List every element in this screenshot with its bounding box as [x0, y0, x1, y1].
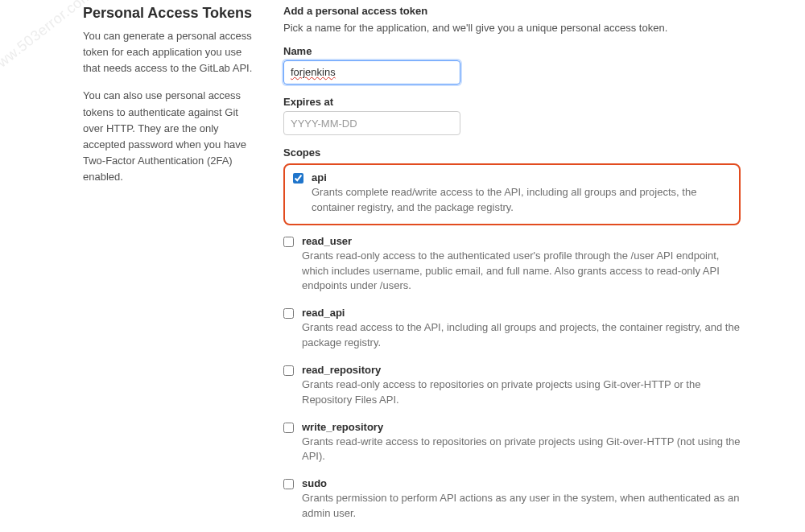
- scope-checkbox-api[interactable]: [293, 173, 303, 184]
- scope-body: read_apiGrants read access to the API, i…: [302, 307, 741, 351]
- left-column: Personal Access Tokens You can generate …: [0, 5, 283, 532]
- name-input-value: forjenkins: [291, 64, 336, 81]
- scope-body: sudoGrants permission to perform API act…: [302, 477, 741, 522]
- scope-item-read_repository: read_repositoryGrants read-only access t…: [283, 359, 741, 416]
- name-input[interactable]: forjenkins: [283, 60, 460, 85]
- scope-description: Grants read access to the API, including…: [302, 320, 741, 351]
- scope-highlight-box: apiGrants complete read/write access to …: [283, 163, 741, 225]
- scope-item-api: apiGrants complete read/write access to …: [293, 171, 731, 216]
- scope-name-label: sudo: [302, 477, 741, 489]
- expires-label: Expires at: [283, 96, 741, 108]
- expires-input[interactable]: [283, 111, 460, 135]
- scope-checkbox-read_repository[interactable]: [283, 365, 294, 376]
- scope-description: Grants read-only access to repositories …: [302, 377, 741, 408]
- scopes-container: apiGrants complete read/write access to …: [283, 163, 741, 530]
- scope-item-read_user: read_userGrants read-only access to the …: [283, 230, 741, 303]
- form-subtext: Pick a name for the application, and we'…: [283, 22, 741, 34]
- scope-description: Grants read-only access to the authentic…: [302, 249, 741, 295]
- intro-paragraph-1: You can generate a personal access token…: [83, 28, 259, 76]
- page-title: Personal Access Tokens: [83, 5, 259, 22]
- intro-paragraph-2: You can also use personal access tokens …: [83, 88, 259, 185]
- name-field: Name forjenkins: [283, 45, 741, 85]
- scope-body: read_userGrants read-only access to the …: [302, 235, 741, 295]
- scope-checkbox-read_api[interactable]: [283, 308, 294, 319]
- scope-body: apiGrants complete read/write access to …: [312, 171, 731, 216]
- scope-checkbox-write_repository[interactable]: [283, 423, 294, 433]
- scope-name-label: api: [312, 171, 731, 184]
- form-heading: Add a personal access token: [283, 5, 741, 17]
- scope-description: Grants complete read/write access to the…: [312, 185, 731, 216]
- page-container: Personal Access Tokens You can generate …: [0, 0, 805, 532]
- scope-item-sudo: sudoGrants permission to perform API act…: [283, 472, 741, 530]
- scope-item-read_api: read_apiGrants read access to the API, i…: [283, 302, 741, 359]
- right-column: Add a personal access token Pick a name …: [283, 5, 805, 532]
- scope-name-label: write_repository: [302, 421, 741, 433]
- name-label: Name: [283, 45, 741, 57]
- scope-body: write_repositoryGrants read-write access…: [302, 421, 741, 465]
- expires-field: Expires at: [283, 96, 741, 135]
- scope-name-label: read_repository: [302, 364, 741, 376]
- scopes-label: Scopes: [283, 146, 741, 159]
- scope-name-label: read_api: [302, 307, 741, 319]
- scope-checkbox-sudo[interactable]: [283, 479, 294, 489]
- scope-checkbox-read_user[interactable]: [283, 237, 294, 247]
- scope-item-write_repository: write_repositoryGrants read-write access…: [283, 416, 741, 473]
- scope-description: Grants read-write access to repositories…: [302, 435, 741, 465]
- scope-body: read_repositoryGrants read-only access t…: [302, 364, 741, 408]
- scope-name-label: read_user: [302, 235, 741, 247]
- scope-description: Grants permission to perform API actions…: [302, 491, 741, 522]
